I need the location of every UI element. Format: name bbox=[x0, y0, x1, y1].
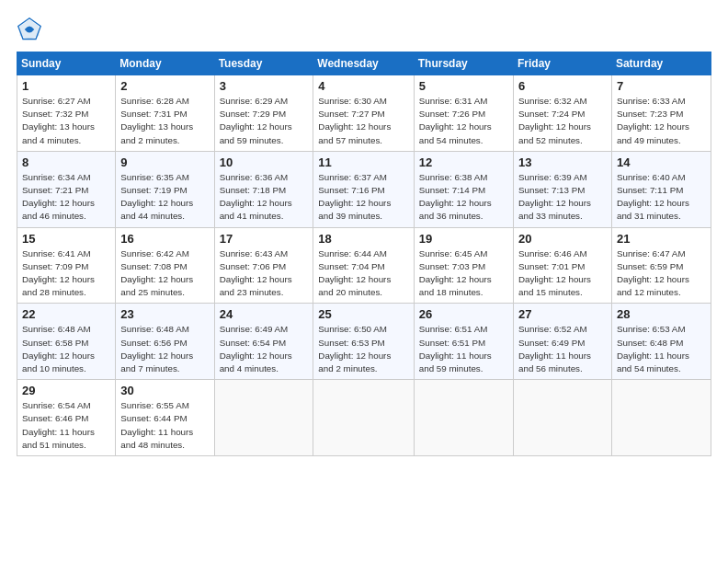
day-cell: 24Sunrise: 6:49 AM Sunset: 6:54 PM Dayli… bbox=[214, 304, 313, 380]
day-detail: Sunrise: 6:53 AM Sunset: 6:48 PM Dayligh… bbox=[617, 323, 706, 375]
day-cell: 6Sunrise: 6:32 AM Sunset: 7:24 PM Daylig… bbox=[514, 75, 612, 152]
day-cell: 17Sunrise: 6:43 AM Sunset: 7:06 PM Dayli… bbox=[214, 227, 313, 304]
day-number: 21 bbox=[617, 232, 706, 246]
day-detail: Sunrise: 6:43 AM Sunset: 7:06 PM Dayligh… bbox=[220, 247, 309, 300]
day-number: 1 bbox=[22, 79, 110, 93]
day-detail: Sunrise: 6:38 AM Sunset: 7:14 PM Dayligh… bbox=[419, 171, 508, 224]
day-cell: 5Sunrise: 6:31 AM Sunset: 7:26 PM Daylig… bbox=[414, 75, 513, 152]
day-detail: Sunrise: 6:41 AM Sunset: 7:09 PM Dayligh… bbox=[22, 247, 110, 300]
day-detail: Sunrise: 6:55 AM Sunset: 6:44 PM Dayligh… bbox=[120, 399, 209, 452]
day-detail: Sunrise: 6:49 AM Sunset: 6:54 PM Dayligh… bbox=[220, 323, 309, 375]
day-cell bbox=[214, 380, 313, 456]
day-cell: 22Sunrise: 6:48 AM Sunset: 6:58 PM Dayli… bbox=[17, 304, 116, 380]
calendar: SundayMondayTuesdayWednesdayThursdayFrid… bbox=[17, 52, 711, 456]
day-detail: Sunrise: 6:27 AM Sunset: 7:32 PM Dayligh… bbox=[22, 95, 110, 147]
day-detail: Sunrise: 6:28 AM Sunset: 7:31 PM Dayligh… bbox=[120, 95, 209, 147]
day-number: 5 bbox=[419, 79, 508, 93]
day-detail: Sunrise: 6:34 AM Sunset: 7:21 PM Dayligh… bbox=[22, 171, 110, 224]
day-number: 26 bbox=[419, 307, 508, 321]
day-number: 22 bbox=[22, 307, 110, 321]
day-number: 17 bbox=[220, 232, 309, 246]
day-cell bbox=[414, 380, 513, 456]
day-cell: 11Sunrise: 6:37 AM Sunset: 7:16 PM Dayli… bbox=[313, 151, 414, 227]
day-detail: Sunrise: 6:50 AM Sunset: 6:53 PM Dayligh… bbox=[318, 323, 408, 375]
day-number: 13 bbox=[518, 155, 607, 169]
day-number: 10 bbox=[220, 155, 309, 169]
day-detail: Sunrise: 6:42 AM Sunset: 7:08 PM Dayligh… bbox=[120, 247, 209, 300]
day-detail: Sunrise: 6:40 AM Sunset: 7:11 PM Dayligh… bbox=[617, 171, 706, 224]
day-cell: 1Sunrise: 6:27 AM Sunset: 7:32 PM Daylig… bbox=[17, 75, 116, 152]
day-cell: 12Sunrise: 6:38 AM Sunset: 7:14 PM Dayli… bbox=[414, 151, 513, 227]
day-number: 14 bbox=[617, 155, 706, 169]
day-number: 3 bbox=[220, 79, 309, 93]
day-cell bbox=[611, 380, 711, 456]
day-detail: Sunrise: 6:29 AM Sunset: 7:29 PM Dayligh… bbox=[220, 95, 309, 147]
weekday-header-row: SundayMondayTuesdayWednesdayThursdayFrid… bbox=[17, 52, 711, 75]
weekday-thursday: Thursday bbox=[414, 52, 513, 75]
day-cell: 9Sunrise: 6:35 AM Sunset: 7:19 PM Daylig… bbox=[116, 151, 214, 227]
day-cell: 15Sunrise: 6:41 AM Sunset: 7:09 PM Dayli… bbox=[17, 227, 116, 304]
day-cell: 10Sunrise: 6:36 AM Sunset: 7:18 PM Dayli… bbox=[214, 151, 313, 227]
day-number: 19 bbox=[419, 232, 508, 246]
day-detail: Sunrise: 6:52 AM Sunset: 6:49 PM Dayligh… bbox=[518, 323, 607, 375]
day-detail: Sunrise: 6:47 AM Sunset: 6:59 PM Dayligh… bbox=[617, 247, 706, 300]
day-detail: Sunrise: 6:39 AM Sunset: 7:13 PM Dayligh… bbox=[518, 171, 607, 224]
day-detail: Sunrise: 6:37 AM Sunset: 7:16 PM Dayligh… bbox=[318, 171, 408, 224]
day-number: 28 bbox=[617, 307, 706, 321]
week-row-5: 29Sunrise: 6:54 AM Sunset: 6:46 PM Dayli… bbox=[17, 380, 711, 456]
day-detail: Sunrise: 6:46 AM Sunset: 7:01 PM Dayligh… bbox=[518, 247, 607, 300]
day-detail: Sunrise: 6:30 AM Sunset: 7:27 PM Dayligh… bbox=[318, 95, 408, 147]
day-number: 12 bbox=[419, 155, 508, 169]
day-cell: 14Sunrise: 6:40 AM Sunset: 7:11 PM Dayli… bbox=[611, 151, 711, 227]
day-number: 23 bbox=[120, 307, 209, 321]
day-cell: 21Sunrise: 6:47 AM Sunset: 6:59 PM Dayli… bbox=[611, 227, 711, 304]
day-detail: Sunrise: 6:36 AM Sunset: 7:18 PM Dayligh… bbox=[220, 171, 309, 224]
day-cell: 25Sunrise: 6:50 AM Sunset: 6:53 PM Dayli… bbox=[313, 304, 414, 380]
day-number: 29 bbox=[22, 384, 110, 397]
day-cell: 30Sunrise: 6:55 AM Sunset: 6:44 PM Dayli… bbox=[116, 380, 214, 456]
day-cell: 4Sunrise: 6:30 AM Sunset: 7:27 PM Daylig… bbox=[313, 75, 414, 152]
day-cell: 19Sunrise: 6:45 AM Sunset: 7:03 PM Dayli… bbox=[414, 227, 513, 304]
day-detail: Sunrise: 6:33 AM Sunset: 7:23 PM Dayligh… bbox=[617, 95, 706, 147]
day-number: 6 bbox=[518, 79, 607, 93]
day-number: 2 bbox=[120, 79, 209, 93]
week-row-1: 1Sunrise: 6:27 AM Sunset: 7:32 PM Daylig… bbox=[17, 75, 711, 152]
day-cell: 26Sunrise: 6:51 AM Sunset: 6:51 PM Dayli… bbox=[414, 304, 513, 380]
weekday-saturday: Saturday bbox=[611, 52, 711, 75]
day-detail: Sunrise: 6:32 AM Sunset: 7:24 PM Dayligh… bbox=[518, 95, 607, 147]
day-number: 15 bbox=[22, 232, 110, 246]
day-cell: 23Sunrise: 6:48 AM Sunset: 6:56 PM Dayli… bbox=[116, 304, 214, 380]
logo-icon bbox=[17, 17, 42, 42]
day-number: 25 bbox=[318, 307, 408, 321]
day-number: 27 bbox=[518, 307, 607, 321]
day-cell: 3Sunrise: 6:29 AM Sunset: 7:29 PM Daylig… bbox=[214, 75, 313, 152]
day-cell: 8Sunrise: 6:34 AM Sunset: 7:21 PM Daylig… bbox=[17, 151, 116, 227]
day-detail: Sunrise: 6:44 AM Sunset: 7:04 PM Dayligh… bbox=[318, 247, 408, 300]
day-cell: 18Sunrise: 6:44 AM Sunset: 7:04 PM Dayli… bbox=[313, 227, 414, 304]
weekday-monday: Monday bbox=[116, 52, 214, 75]
weekday-wednesday: Wednesday bbox=[313, 52, 414, 75]
day-detail: Sunrise: 6:35 AM Sunset: 7:19 PM Dayligh… bbox=[120, 171, 209, 224]
day-number: 20 bbox=[518, 232, 607, 246]
day-number: 24 bbox=[220, 307, 309, 321]
week-row-3: 15Sunrise: 6:41 AM Sunset: 7:09 PM Dayli… bbox=[17, 227, 711, 304]
day-number: 16 bbox=[120, 232, 209, 246]
day-cell: 7Sunrise: 6:33 AM Sunset: 7:23 PM Daylig… bbox=[611, 75, 711, 152]
day-detail: Sunrise: 6:48 AM Sunset: 6:58 PM Dayligh… bbox=[22, 323, 110, 375]
day-number: 30 bbox=[120, 384, 209, 397]
day-cell: 28Sunrise: 6:53 AM Sunset: 6:48 PM Dayli… bbox=[611, 304, 711, 380]
day-detail: Sunrise: 6:45 AM Sunset: 7:03 PM Dayligh… bbox=[419, 247, 508, 300]
weekday-tuesday: Tuesday bbox=[214, 52, 313, 75]
header bbox=[17, 17, 711, 42]
weekday-sunday: Sunday bbox=[17, 52, 116, 75]
day-detail: Sunrise: 6:51 AM Sunset: 6:51 PM Dayligh… bbox=[419, 323, 508, 375]
logo bbox=[17, 17, 46, 42]
day-number: 7 bbox=[617, 79, 706, 93]
day-number: 4 bbox=[318, 79, 408, 93]
weekday-friday: Friday bbox=[514, 52, 612, 75]
day-number: 18 bbox=[318, 232, 408, 246]
day-cell: 2Sunrise: 6:28 AM Sunset: 7:31 PM Daylig… bbox=[116, 75, 214, 152]
day-number: 9 bbox=[120, 155, 209, 169]
day-cell: 29Sunrise: 6:54 AM Sunset: 6:46 PM Dayli… bbox=[17, 380, 116, 456]
day-cell: 13Sunrise: 6:39 AM Sunset: 7:13 PM Dayli… bbox=[514, 151, 612, 227]
